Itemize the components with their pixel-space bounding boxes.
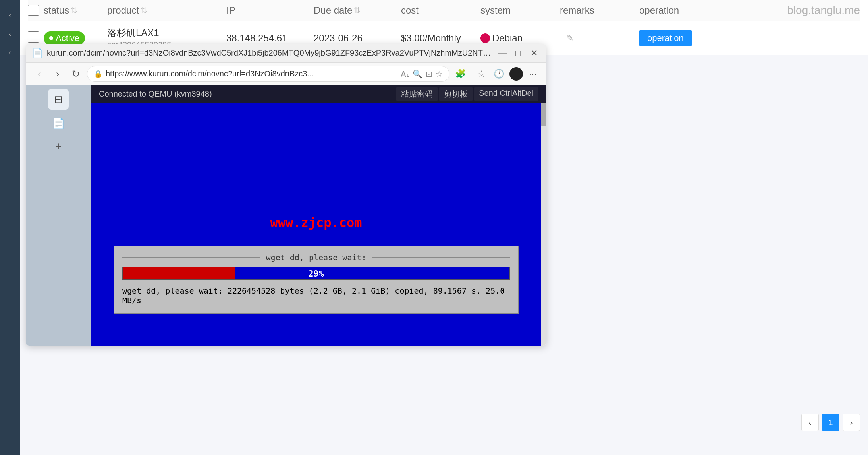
browser-toolbar: ‹ › ↻ 🔒 https://www.kurun.com/dcim/novnc… <box>26 63 546 85</box>
paste-password-button[interactable]: 粘贴密码 <box>396 87 438 101</box>
progress-title-text: wget dd, please wait: <box>260 253 373 262</box>
header-operation: operation <box>639 5 711 16</box>
browser-titlebar: 📄 kurun.com/dcim/novnc?url=d3NzOi8vdnBzc… <box>26 44 546 63</box>
edit-remarks-icon[interactable]: ✎ <box>566 33 573 43</box>
header-status: status ⇅ <box>44 5 107 16</box>
status-dot <box>49 36 53 40</box>
row-checkbox[interactable] <box>28 31 39 43</box>
novnc-status-text: Connected to QEMU (kvm3948) <box>99 89 212 99</box>
split-icon[interactable]: ⊡ <box>426 69 432 79</box>
status-text: Active <box>56 33 79 43</box>
system-name: Debian <box>492 33 523 44</box>
status-sort-icon[interactable]: ⇅ <box>71 6 77 15</box>
remarks-text: - <box>560 33 563 44</box>
cost-col-label: cost <box>401 5 419 16</box>
more-options-button[interactable]: ··· <box>526 67 540 81</box>
forward-button[interactable]: › <box>50 67 65 81</box>
address-text: https://www.kurun.com/dcim/novnc?url=d3N… <box>106 69 397 78</box>
product-name: 洛杉矶LAX1 <box>107 27 226 39</box>
product-col-label: product <box>107 5 139 16</box>
header-cost: cost <box>401 5 480 16</box>
address-bar[interactable]: 🔒 https://www.kurun.com/dcim/novnc?url=d… <box>87 66 449 82</box>
sidebar-add-button[interactable]: + <box>55 140 62 153</box>
lock-icon: 🔒 <box>94 70 102 78</box>
title-line-right <box>372 257 510 258</box>
refresh-button[interactable]: ↻ <box>69 67 83 81</box>
ip-col-label: IP <box>226 5 235 16</box>
browser-scrollbar[interactable] <box>541 103 546 346</box>
header-checkbox-col <box>28 5 44 16</box>
prev-page-button[interactable]: ‹ <box>801 414 819 431</box>
main-sidebar: ‹ ‹ ‹ <box>0 0 20 455</box>
table-header-row: status ⇅ product ⇅ IP Due date ⇅ cost sy… <box>28 0 860 21</box>
browser-window: 📄 kurun.com/dcim/novnc?url=d3NzOi8vdnBzc… <box>26 44 546 346</box>
header-product: product ⇅ <box>107 5 226 16</box>
favorites-icon[interactable]: ☆ <box>475 67 489 81</box>
product-sort-icon[interactable]: ⇅ <box>141 6 147 15</box>
sidebar-panel-btn-2[interactable]: 📄 <box>48 113 69 134</box>
novnc-topbar: Connected to QEMU (kvm3948) 粘贴密码 剪切板 Sen… <box>91 85 546 103</box>
novnc-buttons: 粘贴密码 剪切板 Send CtrlAltDel <box>396 87 538 101</box>
progress-bar-red <box>123 267 235 279</box>
browser-window-controls: — □ ✕ <box>497 48 540 59</box>
vnc-screen[interactable]: www.zjcp.com wget dd, please wait: 29% w… <box>91 103 541 346</box>
extensions-icon[interactable]: 🧩 <box>453 67 468 81</box>
clipboard-button[interactable]: 剪切板 <box>439 87 473 101</box>
title-line-left <box>122 257 260 258</box>
row-operation-cell: operation <box>639 30 711 46</box>
row-cost-cell: $3.00/Monthly <box>401 33 480 44</box>
ctrl-alt-del-button[interactable]: Send CtrlAltDel <box>474 87 538 101</box>
header-ip: IP <box>226 5 314 16</box>
toolbar-divider <box>471 68 471 79</box>
remarks-col-label: remarks <box>560 5 594 16</box>
progress-bar-container: 29% <box>122 267 510 280</box>
maximize-button[interactable]: □ <box>513 48 524 59</box>
address-icons: A₁ 🔍 ⊡ ☆ <box>401 69 442 79</box>
progress-dialog: wget dd, please wait: 29% wget dd, pleas… <box>114 246 519 314</box>
system-col-label: system <box>480 5 511 16</box>
progress-percent-text: 29% <box>308 269 324 279</box>
status-badge: Active <box>44 31 85 45</box>
toolbar-right-area: 🧩 ☆ 🕐 ··· <box>453 67 540 81</box>
operation-button[interactable]: operation <box>639 30 692 46</box>
browser-title-text: kurun.com/dcim/novnc?url=d3NzOi8vdnBzc3V… <box>47 48 493 58</box>
header-due-date: Due date ⇅ <box>314 5 401 16</box>
sidebar-collapse-1[interactable]: ‹ <box>0 8 20 23</box>
row-status-cell: Active <box>44 31 107 45</box>
header-system: system <box>480 5 560 16</box>
row-remarks-cell: - ✎ <box>560 33 639 44</box>
vnc-watermark-text: www.zjcp.com <box>270 215 362 230</box>
history-icon[interactable]: 🕐 <box>492 67 506 81</box>
status-col-label: status <box>44 5 69 16</box>
pagination: ‹ 1 › <box>801 414 860 431</box>
row-ip-cell: 38.148.254.61 <box>226 33 314 44</box>
row-checkbox-cell <box>28 31 44 45</box>
translate-icon[interactable]: A₁ <box>401 69 409 79</box>
next-page-button[interactable]: › <box>843 414 860 431</box>
minimize-button[interactable]: — <box>497 48 508 59</box>
sidebar-collapse-3[interactable]: ‹ <box>0 45 20 60</box>
close-button[interactable]: ✕ <box>529 48 540 59</box>
due-date-col-label: Due date <box>314 5 352 16</box>
star-icon[interactable]: ☆ <box>436 69 443 79</box>
header-remarks: remarks <box>560 5 639 16</box>
back-button[interactable]: ‹ <box>32 67 46 81</box>
progress-title-bar: wget dd, please wait: <box>122 253 510 262</box>
sidebar-panel-btn-1[interactable]: ⊟ <box>48 89 69 110</box>
zoom-icon[interactable]: 🔍 <box>413 69 422 79</box>
debian-icon <box>480 33 490 43</box>
operation-col-label: operation <box>639 5 679 16</box>
scrollbar-thumb[interactable] <box>541 103 546 126</box>
sidebar-collapse-2[interactable]: ‹ <box>0 27 20 41</box>
watermark-text: blog.tanglu.me <box>787 4 860 17</box>
current-page-number: 1 <box>822 414 839 431</box>
select-all-checkbox[interactable] <box>28 5 39 16</box>
row-system-cell: Debian <box>480 33 560 44</box>
row-due-date-cell: 2023-06-26 <box>314 33 401 44</box>
profile-avatar[interactable] <box>509 67 523 81</box>
browser-doc-icon: 📄 <box>32 48 43 58</box>
browser-left-sidebar: ⊟ 📄 + <box>26 85 91 346</box>
main-content: status ⇅ product ⇅ IP Due date ⇅ cost sy… <box>20 0 868 455</box>
due-date-sort-icon[interactable]: ⇅ <box>354 6 361 15</box>
progress-bar-blue <box>235 267 509 279</box>
